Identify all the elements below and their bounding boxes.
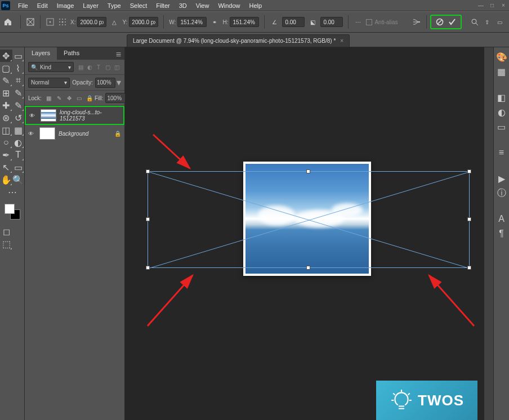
edit-toolbar-button[interactable]: ⋯ bbox=[6, 186, 19, 198]
foreground-color-swatch[interactable] bbox=[5, 204, 15, 214]
canvas-area[interactable]: TWOS bbox=[125, 47, 493, 420]
layer-item[interactable]: 👁 long-cloud-s...to-15121573 bbox=[25, 106, 124, 125]
frame-tool[interactable]: ⊞ bbox=[0, 87, 12, 99]
color-swatches[interactable] bbox=[5, 204, 20, 220]
menu-window[interactable]: Window bbox=[213, 1, 244, 10]
commit-transform-button[interactable] bbox=[447, 17, 457, 27]
layer-thumbnail[interactable] bbox=[39, 127, 55, 140]
share-icon[interactable]: ⇪ bbox=[481, 16, 493, 28]
transform-handle-w[interactable] bbox=[146, 217, 150, 221]
dodge-tool[interactable]: ◐ bbox=[12, 136, 25, 149]
crop-tool[interactable]: ⌗ bbox=[12, 74, 25, 87]
zoom-tool[interactable]: 🔍 bbox=[12, 173, 25, 186]
transform-bounding-box[interactable] bbox=[148, 171, 470, 268]
info-panel-icon[interactable]: ⓘ bbox=[495, 187, 508, 199]
transform-handle-nw[interactable] bbox=[146, 169, 150, 173]
paths-tab[interactable]: Paths bbox=[57, 47, 86, 60]
eyedropper-tool[interactable]: ✎ bbox=[12, 87, 25, 99]
properties-panel-icon[interactable]: ◧ bbox=[495, 91, 508, 104]
skew-input[interactable] bbox=[320, 17, 343, 27]
menu-select[interactable]: Select bbox=[126, 1, 152, 10]
history-brush-tool[interactable]: ↺ bbox=[12, 111, 25, 124]
menu-layer[interactable]: Layer bbox=[78, 1, 103, 10]
y-input[interactable] bbox=[129, 17, 158, 27]
opacity-input[interactable] bbox=[95, 78, 115, 88]
h-input[interactable] bbox=[230, 17, 259, 27]
vertical-scrollbar[interactable] bbox=[484, 47, 493, 420]
quick-mask-button[interactable]: ◻ bbox=[0, 225, 12, 238]
window-minimize-button[interactable]: — bbox=[476, 2, 485, 10]
cancel-transform-button[interactable] bbox=[435, 17, 445, 27]
window-close-button[interactable]: × bbox=[499, 2, 508, 10]
filter-smart-icon[interactable]: ◫ bbox=[113, 63, 120, 71]
lock-position-icon[interactable]: ✥ bbox=[65, 94, 73, 102]
filter-adj-icon[interactable]: ◐ bbox=[86, 63, 93, 71]
character-panel-icon[interactable]: A bbox=[495, 213, 508, 225]
document-tab[interactable]: Large Document @ 7.94% (long-cloud-sky-p… bbox=[127, 34, 350, 47]
transform-tool-preset[interactable] bbox=[24, 16, 37, 28]
marquee-tool[interactable]: ▢ bbox=[0, 62, 12, 74]
lock-artboard-icon[interactable]: ▭ bbox=[75, 94, 83, 102]
reference-point-grid[interactable] bbox=[56, 16, 69, 28]
antialias-checkbox[interactable] bbox=[366, 19, 372, 25]
paragraph-panel-icon[interactable]: ¶ bbox=[495, 227, 508, 240]
interpolation-icon[interactable]: ⋯ bbox=[352, 16, 364, 28]
link-aspect-icon[interactable]: ⚭ bbox=[208, 16, 221, 28]
fill-input[interactable] bbox=[105, 93, 126, 103]
actions-panel-icon[interactable]: ▶ bbox=[495, 172, 508, 185]
home-icon[interactable] bbox=[3, 17, 12, 26]
pen-tool[interactable]: ✒ bbox=[0, 149, 12, 161]
blur-tool[interactable]: ○ bbox=[0, 136, 12, 149]
warp-mode-icon[interactable] bbox=[410, 16, 423, 28]
libraries-panel-icon[interactable]: ▭ bbox=[495, 120, 508, 133]
quick-select-tool[interactable]: ✎ bbox=[0, 74, 12, 87]
x-input[interactable] bbox=[77, 17, 106, 27]
blend-mode-select[interactable]: Normal▾ bbox=[28, 78, 70, 88]
path-select-tool[interactable]: ↖ bbox=[0, 161, 12, 173]
angle-input[interactable] bbox=[282, 17, 305, 27]
healing-tool[interactable]: ✚ bbox=[0, 99, 12, 111]
workspace-icon[interactable]: ▭ bbox=[493, 16, 506, 28]
layer-filter-select[interactable]: 🔍Kind▾ bbox=[28, 62, 74, 72]
swatches-panel-icon[interactable]: ▦ bbox=[495, 65, 508, 78]
panel-menu-icon[interactable]: ≡ bbox=[113, 47, 124, 60]
transform-handle-se[interactable] bbox=[467, 266, 471, 270]
clone-tool[interactable]: ⊛ bbox=[0, 111, 12, 124]
lock-all-icon[interactable]: 🔒 bbox=[86, 94, 93, 102]
adjustments-panel-icon[interactable]: ◐ bbox=[495, 106, 508, 118]
layers-tab[interactable]: Layers bbox=[25, 47, 57, 60]
menu-image[interactable]: Image bbox=[52, 1, 79, 10]
w-input[interactable] bbox=[177, 17, 207, 27]
menu-filter[interactable]: Filter bbox=[151, 1, 174, 10]
move-tool[interactable]: ✥ bbox=[0, 50, 12, 62]
eraser-tool[interactable]: ◫ bbox=[0, 124, 12, 136]
menu-type[interactable]: Type bbox=[103, 1, 126, 10]
transform-handle-s[interactable] bbox=[306, 266, 310, 270]
transform-handle-sw[interactable] bbox=[146, 266, 150, 270]
menu-3d[interactable]: 3D bbox=[175, 1, 191, 10]
lock-transparency-icon[interactable]: ▦ bbox=[45, 94, 53, 102]
filter-type-icon[interactable]: T bbox=[95, 63, 102, 71]
layer-thumbnail[interactable] bbox=[41, 109, 56, 122]
color-panel-icon[interactable]: 🎨 bbox=[495, 51, 508, 63]
transform-handle-e[interactable] bbox=[467, 217, 471, 221]
menu-view[interactable]: View bbox=[191, 1, 214, 10]
type-tool[interactable]: T bbox=[12, 149, 25, 161]
layer-item[interactable]: 👁 Background 🔒 bbox=[25, 125, 124, 142]
visibility-eye-icon[interactable]: 👁 bbox=[28, 131, 36, 137]
menu-edit[interactable]: Edit bbox=[33, 1, 52, 10]
lasso-tool[interactable]: ⌇ bbox=[12, 62, 25, 74]
gradient-tool[interactable]: ▦ bbox=[12, 124, 25, 136]
transform-handle-n[interactable] bbox=[306, 169, 310, 173]
screen-mode-button[interactable]: ⬚ bbox=[0, 238, 12, 250]
lock-pixels-icon[interactable]: ✎ bbox=[55, 94, 63, 102]
hand-tool[interactable]: ✋ bbox=[0, 173, 12, 186]
reference-point-icon[interactable] bbox=[44, 16, 56, 28]
visibility-eye-icon[interactable]: 👁 bbox=[29, 113, 37, 119]
filter-pixel-icon[interactable]: ▤ bbox=[77, 63, 84, 71]
menu-help[interactable]: Help bbox=[245, 1, 267, 10]
shape-tool[interactable]: ▭ bbox=[12, 161, 25, 173]
search-icon[interactable] bbox=[468, 16, 481, 28]
menu-file[interactable]: File bbox=[14, 1, 33, 10]
transform-handle-ne[interactable] bbox=[467, 169, 471, 173]
